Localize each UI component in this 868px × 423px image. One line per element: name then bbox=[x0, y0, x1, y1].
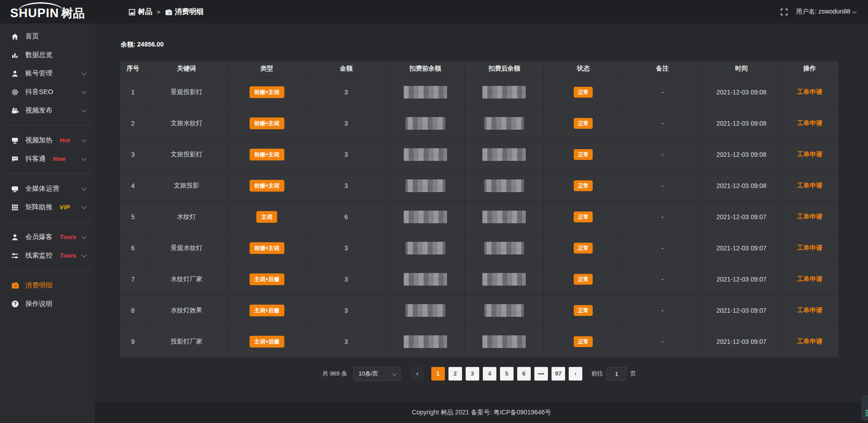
sidebar-item-抖音SEO[interactable]: 抖音SEO bbox=[0, 83, 95, 101]
chevron-down-icon bbox=[81, 204, 86, 209]
fullscreen-icon[interactable] bbox=[781, 9, 788, 15]
ticket-request-link[interactable]: 工单申请 bbox=[797, 213, 822, 220]
page-size-select[interactable]: 10条/页 bbox=[354, 367, 401, 381]
page-button-3[interactable]: 3 bbox=[466, 367, 479, 381]
cell-action: 工单申请 bbox=[781, 77, 838, 108]
ticket-request-link[interactable]: 工单申请 bbox=[797, 306, 822, 314]
next-page-button[interactable]: › bbox=[569, 367, 582, 381]
column-header: 扣费前余额 bbox=[386, 61, 465, 77]
logo-text-cn: 树品 bbox=[61, 5, 85, 21]
sidebar-item-数据总览[interactable]: 数据总览 bbox=[0, 46, 95, 64]
cell-type: 前缀+主词 bbox=[227, 108, 307, 139]
cell-time: 2021-12-03 09:08 bbox=[702, 139, 781, 170]
cell-amount: 3 bbox=[307, 139, 386, 170]
page-button-6[interactable]: 6 bbox=[517, 367, 531, 381]
blurred-value bbox=[404, 148, 447, 161]
sidebar-item-消费明细[interactable]: 消费明细 bbox=[0, 276, 95, 295]
cell-keyword: 文旅投影 bbox=[146, 170, 227, 202]
cell-balance-before bbox=[386, 264, 465, 295]
cell-keyword: 文旅水纹灯 bbox=[146, 108, 227, 139]
sidebar-item-抖客通[interactable]: 抖客通New bbox=[0, 150, 95, 168]
sidebar-divider bbox=[5, 270, 90, 271]
page-button-4[interactable]: 4 bbox=[483, 367, 496, 381]
blurred-value bbox=[406, 242, 445, 254]
blurred-value bbox=[484, 304, 524, 317]
type-badge: 主词 bbox=[256, 211, 277, 223]
blurred-value bbox=[404, 335, 447, 348]
table-row: 3文旅投影灯前缀+主词3正常-2021-12-03 09:08工单申请 bbox=[120, 139, 839, 170]
sidebar: 首页数据总览账号管理抖音SEO视频发布视频加热Hot抖客通New全媒体运营矩阵助… bbox=[0, 24, 95, 423]
username-label: 用户名: bbox=[796, 8, 816, 15]
cell-keyword: 水纹灯厂家 bbox=[146, 264, 227, 295]
ticket-request-link[interactable]: 工单申请 bbox=[797, 182, 822, 189]
cell-type: 主词 bbox=[227, 202, 307, 233]
chevron-down-icon bbox=[852, 9, 857, 14]
sidebar-item-操作说明[interactable]: ?操作说明 bbox=[0, 295, 95, 313]
sidebar-item-账号管理[interactable]: 账号管理 bbox=[0, 64, 95, 83]
page-button-2[interactable]: 2 bbox=[448, 367, 462, 381]
cell-remark: - bbox=[623, 295, 702, 326]
cell-status: 正常 bbox=[544, 202, 623, 233]
blurred-value bbox=[482, 335, 526, 348]
chevron-down-icon bbox=[81, 89, 86, 94]
cell-amount: 6 bbox=[307, 202, 386, 233]
cell-time: 2021-12-03 09:08 bbox=[702, 77, 781, 108]
status-badge: 正常 bbox=[574, 305, 593, 316]
sidebar-item-线索监控[interactable]: 线索监控Tools bbox=[0, 246, 95, 265]
sidebar-divider bbox=[5, 125, 90, 126]
sidebar-item-视频发布[interactable]: 视频发布 bbox=[0, 101, 95, 120]
type-badge: 主词+后缀 bbox=[250, 273, 284, 285]
floating-chat-widget[interactable] bbox=[862, 396, 868, 420]
ticket-request-link[interactable]: 工单申请 bbox=[797, 244, 822, 251]
cell-action: 工单申请 bbox=[781, 295, 838, 326]
cell-balance-after bbox=[465, 326, 544, 357]
type-badge: 主词+后缀 bbox=[250, 305, 284, 316]
cell-type: 前缀+主词 bbox=[227, 77, 307, 108]
cell-remark: - bbox=[623, 170, 702, 202]
type-badge: 前缀+主词 bbox=[250, 118, 284, 129]
balance-value: 24856.00 bbox=[137, 41, 164, 48]
ticket-request-link[interactable]: 工单申请 bbox=[797, 88, 822, 95]
cell-balance-before bbox=[386, 202, 465, 233]
sidebar-item-全媒体运营[interactable]: 全媒体运营 bbox=[0, 179, 95, 198]
page-button-1[interactable]: 1 bbox=[431, 367, 445, 381]
blurred-value bbox=[484, 242, 524, 254]
ticket-request-link[interactable]: 工单申请 bbox=[797, 150, 822, 158]
cell-action: 工单申请 bbox=[781, 264, 838, 295]
cell-balance-before bbox=[386, 170, 465, 202]
cell-balance-before bbox=[386, 233, 465, 264]
cell-remark: - bbox=[623, 264, 702, 295]
ticket-request-link[interactable]: 工单申请 bbox=[797, 338, 822, 345]
prev-page-button[interactable]: ‹ bbox=[410, 367, 424, 381]
cell-seq: 9 bbox=[120, 326, 146, 357]
breadcrumb-root[interactable]: 树品 bbox=[129, 7, 152, 17]
sidebar-item-矩阵助推[interactable]: 矩阵助推VIP bbox=[0, 198, 95, 216]
sidebar-item-badge: Hot bbox=[60, 137, 70, 144]
cell-action: 工单申请 bbox=[781, 170, 838, 202]
sidebar-item-label: 会员爆客 bbox=[25, 233, 52, 241]
user-menu[interactable]: 用户名: zswodun88 bbox=[796, 8, 855, 16]
type-badge: 前缀+主词 bbox=[250, 149, 284, 160]
cell-seq: 6 bbox=[120, 233, 146, 264]
goto-page-input[interactable] bbox=[607, 367, 627, 381]
cell-status: 正常 bbox=[544, 77, 623, 108]
table-row: 1景观投影灯前缀+主词3正常-2021-12-03 09:08工单申请 bbox=[120, 77, 839, 108]
ticket-request-link[interactable]: 工单申请 bbox=[797, 275, 822, 282]
sidebar-item-会员爆客[interactable]: 会员爆客Tools bbox=[0, 228, 95, 246]
blurred-value bbox=[482, 211, 526, 223]
chevron-down-icon bbox=[81, 234, 86, 239]
blurred-value bbox=[482, 148, 526, 161]
cell-amount: 3 bbox=[307, 170, 386, 202]
cell-keyword: 水纹灯 bbox=[146, 202, 227, 233]
page-button-5[interactable]: 5 bbox=[500, 367, 514, 381]
footer: Copyright 树品 2021 备案号: 粤ICP备09019646号 bbox=[95, 402, 868, 423]
chat-icon bbox=[11, 155, 19, 163]
column-header: 类型 bbox=[227, 61, 307, 77]
sidebar-item-视频加热[interactable]: 视频加热Hot bbox=[0, 131, 95, 150]
page-button-•••[interactable]: ••• bbox=[534, 367, 548, 381]
page-button-97[interactable]: 97 bbox=[552, 367, 565, 381]
sidebar-item-首页[interactable]: 首页 bbox=[0, 27, 95, 46]
sidebar-item-label: 首页 bbox=[25, 32, 39, 41]
ticket-request-link[interactable]: 工单申请 bbox=[797, 119, 822, 127]
table-row: 8水纹灯效果主词+后缀3正常-2021-12-03 09:07工单申请 bbox=[120, 295, 839, 326]
